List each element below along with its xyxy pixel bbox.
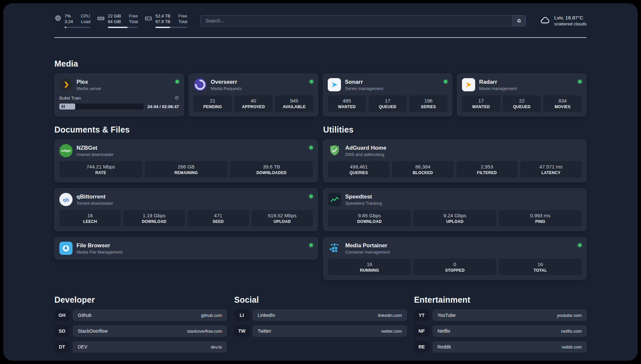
app-card-portainer[interactable]: Media Portainer Container management 16R…	[323, 237, 587, 280]
bookmark-youtube[interactable]: YT YouTubeyoutube.com	[414, 310, 587, 321]
cpu-progress-fill	[65, 27, 66, 28]
app-card-overseerr[interactable]: Overseerr Media Requests 21PENDING 40APP…	[189, 74, 318, 116]
section-title-developer: Developer	[54, 295, 227, 305]
app-card-speedtest[interactable]: Speedtest Speedtest Tracking 9.65 GbpsDO…	[323, 188, 587, 231]
app-card-radarr[interactable]: Radarr Movie management 17WANTED 22QUEUE…	[457, 74, 587, 116]
app-card-plex[interactable]: Plex Media server Bullet Train ⚙ 24:44 /…	[54, 74, 184, 116]
bookmark-linkedin[interactable]: LI LinkedInlinkedin.com	[234, 310, 407, 321]
bookmark-reddit[interactable]: RE Redditreddit.com	[414, 341, 587, 352]
status-dot	[444, 80, 447, 83]
stat-label: WANTED	[338, 105, 356, 109]
ram-stat: 22 GiB 64 GiB Free Total	[97, 14, 138, 28]
app-name: qBittorrent	[76, 194, 113, 200]
stat-label: QUEUED	[513, 105, 531, 109]
disk-progress-fill	[155, 27, 170, 28]
bookmark-twitter[interactable]: TW Twittertwitter.com	[234, 325, 407, 337]
status-dot	[578, 80, 582, 83]
stat-tile: 266 GBREMAINING	[145, 161, 228, 178]
stat-tile: 9.65 GbpsDOWNLOAD	[328, 210, 411, 227]
stat-tile: 21PENDING	[194, 95, 232, 112]
radarr-icon	[462, 78, 475, 91]
weather-location: Lviv, 16.87°C	[554, 15, 587, 21]
search-input[interactable]	[201, 15, 512, 26]
stat-value: 471	[214, 213, 222, 218]
cpu-label-top: CPU	[81, 14, 90, 19]
bookmark-url: linkedin.com	[378, 313, 402, 318]
plex-icon	[59, 78, 73, 91]
bookmark-netflix[interactable]: NF Netflixnetflix.com	[414, 325, 587, 337]
system-stats: 7% 3.24 CPU Load	[54, 14, 187, 28]
stat-tile: 47.571 msLATENCY	[520, 161, 582, 178]
gear-icon[interactable]: ⚙	[175, 95, 179, 101]
qbittorrent-icon: qb	[59, 193, 73, 206]
app-name: NZBGet	[76, 145, 113, 151]
ram-icon	[97, 15, 105, 22]
stat-value: 744.21 Mbps	[86, 164, 115, 169]
app-card-sonarr[interactable]: Sonarr Series management 485WANTED 17QUE…	[323, 74, 452, 116]
ram-label-bottom: Total	[129, 19, 138, 25]
adguard-icon	[328, 144, 341, 157]
bookmark-name: Github	[78, 313, 91, 318]
stat-label: LEECH	[83, 219, 97, 224]
app-card-filebrowser[interactable]: File Browser Media File Management	[54, 237, 318, 259]
search-engine-button[interactable]: G	[512, 15, 526, 26]
app-card-qbittorrent[interactable]: qb qBittorrent Torrent downloader 16LEEC…	[54, 188, 318, 231]
ram-progress-bar	[108, 27, 138, 28]
disk-label-top: Free	[178, 14, 187, 19]
app-name: AdGuard Home	[345, 145, 386, 151]
app-desc: Usenet downloader	[76, 152, 113, 157]
bookmark-abbr: GH	[54, 310, 70, 321]
bookmark-url: github.com	[201, 313, 222, 318]
pause-icon[interactable]	[62, 105, 65, 108]
stat-tile: 498,461QUERIES	[328, 161, 389, 178]
bookmark-stackoverflow[interactable]: SO StackOverflowstackoverflow.com	[54, 325, 227, 337]
bookmark-url: youtube.com	[557, 313, 582, 318]
playback-time: 24:44 / 02:06:47	[147, 104, 179, 109]
stat-value: 40	[251, 98, 256, 104]
disk-free: 52.4 TB	[155, 14, 170, 19]
overseerr-icon	[194, 78, 207, 91]
cpu-icon	[54, 15, 62, 22]
bookmark-url: stackoverflow.com	[187, 329, 222, 334]
bookmark-name: Netflix	[438, 328, 450, 334]
stat-label: MOVIES	[555, 105, 570, 109]
stat-tile: 17QUEUED	[369, 95, 407, 112]
stat-value: 16	[367, 261, 372, 267]
stat-tile: 1.19 GbpsDOWNLOAD	[123, 210, 185, 227]
app-card-adguard[interactable]: AdGuard Home DNS and adblocking 498,461Q…	[323, 139, 587, 182]
playback-progress-bar[interactable]	[59, 104, 143, 109]
bookmark-url: twitter.com	[382, 329, 402, 334]
weather-widget[interactable]: Lviv, 16.87°C scattered clouds	[539, 15, 587, 27]
ram-progress-fill	[108, 27, 128, 28]
bookmark-github[interactable]: GH Githubgithub.com	[54, 310, 227, 321]
stat-label: TOTAL	[534, 268, 547, 273]
speedtest-icon	[328, 193, 341, 206]
stat-label: STOPPED	[445, 268, 465, 273]
stat-value: 485	[343, 98, 351, 104]
stat-tile: 9.24 GbpsUPLOAD	[413, 210, 496, 227]
stat-tile: 39.6 TBDOWNLOADED	[230, 161, 313, 178]
nzbget-icon-text: nzbget	[61, 149, 71, 152]
bookmark-name: DEV	[78, 344, 87, 349]
bookmark-url: dev.to	[211, 345, 222, 349]
app-desc: Container management	[345, 250, 390, 255]
section-documents: Documents & Files nzbget NZBGet Usenet d…	[54, 125, 318, 280]
stat-value: 0	[453, 261, 456, 267]
stat-tile: 0.993 msPING	[499, 210, 582, 227]
stat-label: REMAINING	[174, 170, 198, 175]
app-desc: Series management	[345, 86, 383, 91]
stat-tile: 0STOPPED	[413, 259, 496, 275]
app-desc: Speedtest Tracking	[345, 201, 382, 206]
section-title-utilities: Utilities	[323, 125, 587, 135]
stat-label: AVAILABLE	[283, 105, 306, 109]
app-card-nzbget[interactable]: nzbget NZBGet Usenet downloader 744.21 M…	[54, 139, 318, 182]
bookmark-name: YouTube	[438, 313, 456, 318]
stat-tile: 86,384BLOCKED	[392, 161, 453, 178]
weather-condition: scattered clouds	[554, 21, 587, 27]
section-utilities: Utilities AdGuard Home DNS and adblockin…	[323, 125, 587, 280]
stat-label: RATE	[95, 170, 106, 175]
bookmark-dev[interactable]: DT DEVdev.to	[54, 341, 227, 352]
ram-label-top: Free	[129, 14, 138, 19]
cpu-stat: 7% 3.24 CPU Load	[54, 14, 90, 28]
stat-label: LATENCY	[541, 170, 561, 175]
